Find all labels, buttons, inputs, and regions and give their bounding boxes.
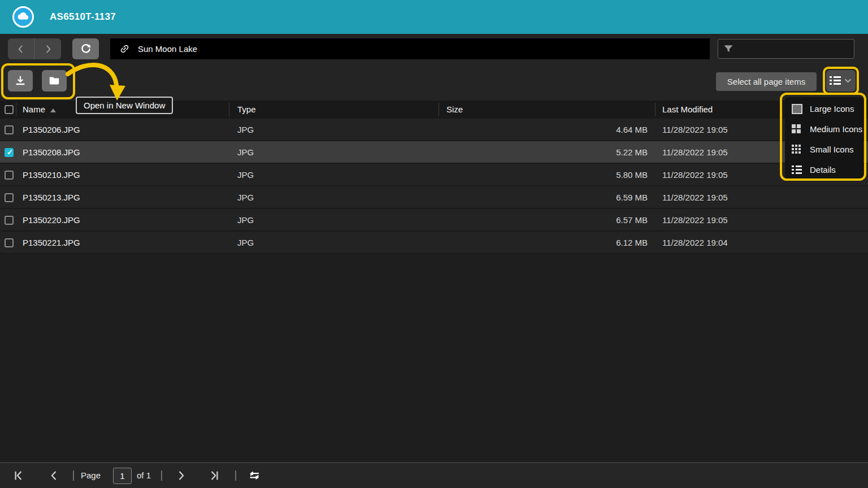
row-checkbox[interactable] (5, 238, 14, 247)
view-menu-item[interactable]: Details (785, 159, 863, 180)
select-all-label: Select all page items (727, 77, 805, 86)
small-icons-icon (791, 143, 802, 155)
file-size: 5.22 MB (616, 141, 648, 164)
row-checkbox[interactable] (5, 125, 14, 134)
medium-icons-icon (791, 123, 802, 134)
file-name: P1350208.JPG (23, 141, 80, 164)
file-type: JPG (237, 186, 254, 209)
app-logo (12, 6, 34, 28)
app-header: AS6510T-1137 (0, 0, 868, 34)
toolbar: Sun Moon Lake Select all page items (0, 34, 868, 101)
column-header-type[interactable]: Type (237, 101, 256, 119)
refresh-icon (80, 43, 92, 55)
file-modified: 11/28/2022 19:05 (662, 119, 728, 141)
page-label: Page (81, 463, 101, 488)
file-modified: 11/28/2022 19:05 (662, 186, 728, 209)
file-size: 6.59 MB (616, 186, 648, 209)
column-divider (439, 103, 439, 116)
window-title: AS6510T-1137 (50, 0, 116, 34)
first-page-icon (13, 469, 25, 482)
first-page-button[interactable] (12, 469, 26, 482)
open-new-window-button[interactable] (42, 70, 67, 91)
history-nav-group (8, 38, 61, 59)
page-count-label: of 1 (137, 463, 151, 488)
view-menu-item[interactable]: Medium Icons (785, 119, 863, 139)
file-name: P1350220.JPG (23, 209, 80, 232)
view-menu-item[interactable]: Small Icons (785, 139, 863, 159)
file-table-body: P1350206.JPG JPG 4.64 MB 11/28/2022 19:0… (0, 119, 868, 254)
large-icons-icon (791, 103, 802, 114)
chevron-left-icon (16, 44, 26, 54)
chevron-right-icon (175, 469, 187, 482)
divider (73, 470, 74, 481)
details-icons-icon (791, 164, 802, 175)
cloud-icon (17, 11, 29, 23)
column-header-modified[interactable]: Last Modified (662, 101, 713, 119)
reload-list-button[interactable] (248, 469, 261, 482)
filter-box (718, 39, 854, 59)
view-menu-item[interactable]: Large Icons (785, 98, 863, 119)
row-checkbox[interactable] (5, 193, 14, 202)
view-mode-menu: Large Icons Medium Icons Small Icons Det… (785, 97, 863, 181)
back-button[interactable] (8, 38, 34, 59)
chevron-left-icon (48, 469, 60, 482)
download-icon (14, 75, 27, 87)
forward-button[interactable] (34, 38, 61, 59)
table-row[interactable]: P1350213.JPG JPG 6.59 MB 11/28/2022 19:0… (0, 186, 868, 209)
tooltip-open-in-new-window: Open in New Window (76, 97, 173, 114)
file-type: JPG (237, 209, 254, 232)
file-type: JPG (237, 164, 254, 186)
page-number-input[interactable] (113, 468, 132, 484)
file-type: JPG (237, 119, 254, 141)
row-checkbox[interactable] (5, 148, 14, 157)
folder-icon (48, 75, 60, 87)
chevron-down-icon (844, 77, 852, 85)
sync-icon (248, 469, 261, 482)
file-size: 6.57 MB (616, 209, 648, 232)
divider (161, 470, 162, 481)
table-row[interactable]: P1350220.JPG JPG 6.57 MB 11/28/2022 19:0… (0, 209, 868, 232)
file-name: P1350221.JPG (23, 232, 80, 254)
previous-page-button[interactable] (47, 469, 61, 482)
column-divider (16, 103, 16, 116)
file-modified: 11/28/2022 19:05 (662, 209, 728, 232)
column-divider (655, 103, 656, 116)
file-type: JPG (237, 232, 254, 254)
divider (235, 470, 236, 481)
select-all-button[interactable]: Select all page items (716, 72, 817, 91)
table-row[interactable]: P1350206.JPG JPG 4.64 MB 11/28/2022 19:0… (0, 119, 868, 141)
table-row[interactable]: P1350208.JPG JPG 5.22 MB 11/28/2022 19:0… (0, 141, 868, 164)
file-size: 4.64 MB (616, 119, 648, 141)
file-name: P1350206.JPG (23, 119, 80, 141)
refresh-button[interactable] (72, 38, 99, 59)
download-button[interactable] (8, 70, 33, 91)
column-divider (229, 103, 229, 116)
last-page-button[interactable] (207, 469, 220, 482)
row-checkbox[interactable] (5, 171, 14, 180)
table-row[interactable]: P1350221.JPG JPG 6.12 MB 11/28/2022 19:0… (0, 232, 868, 254)
file-size: 6.12 MB (616, 232, 648, 254)
table-row[interactable]: P1350210.JPG JPG 5.80 MB 11/28/2022 19:0… (0, 164, 868, 186)
file-name: P1350213.JPG (23, 186, 80, 209)
file-size: 5.80 MB (616, 164, 648, 186)
current-folder-path: Sun Moon Lake (138, 44, 197, 54)
select-all-checkbox[interactable] (5, 105, 14, 114)
link-icon (119, 43, 130, 54)
file-name: P1350210.JPG (23, 164, 80, 186)
last-page-icon (207, 469, 220, 482)
filter-input[interactable] (718, 39, 854, 59)
file-modified: 11/28/2022 19:05 (662, 141, 728, 164)
file-modified: 11/28/2022 19:05 (662, 164, 728, 186)
file-modified: 11/28/2022 19:04 (662, 232, 728, 254)
chevron-right-icon (43, 44, 53, 54)
row-checkbox[interactable] (5, 216, 14, 225)
path-bar[interactable]: Sun Moon Lake (110, 38, 710, 59)
pagination-bar: Page of 1 (0, 462, 868, 488)
sort-ascending-icon (50, 108, 56, 112)
column-header-size[interactable]: Size (446, 101, 463, 119)
details-view-icon (830, 75, 841, 86)
file-type: JPG (237, 141, 254, 164)
view-mode-button[interactable] (826, 70, 856, 91)
column-header-name[interactable]: Name (23, 101, 56, 119)
next-page-button[interactable] (174, 469, 188, 482)
